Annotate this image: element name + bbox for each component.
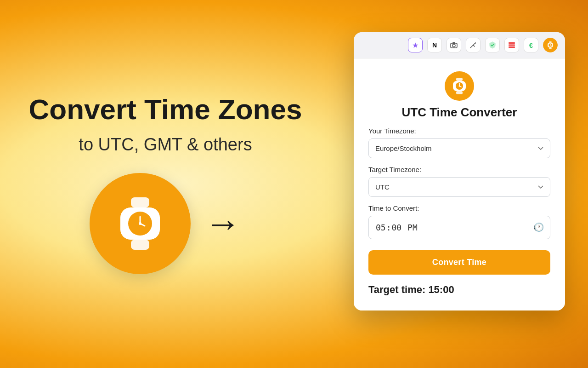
stack-toolbar-icon[interactable] bbox=[504, 38, 519, 52]
watch-circle-large bbox=[90, 173, 191, 274]
sub-headline: to UTC, GMT & others bbox=[79, 135, 252, 155]
arrow-right: → bbox=[204, 202, 241, 245]
browser-toolbar: ★ N € bbox=[354, 32, 565, 58]
star-toolbar-icon[interactable]: ★ bbox=[408, 38, 423, 52]
target-timezone-select[interactable]: UTC GMT Europe/London Europe/Stockholm A… bbox=[368, 177, 550, 197]
sword-toolbar-icon[interactable] bbox=[466, 38, 481, 52]
svg-point-6 bbox=[139, 222, 141, 225]
svg-rect-10 bbox=[509, 42, 515, 44]
svg-rect-12 bbox=[509, 46, 515, 48]
time-to-convert-label: Time to Convert: bbox=[368, 204, 550, 212]
watch-toolbar-icon[interactable] bbox=[543, 38, 558, 52]
svg-rect-19 bbox=[456, 78, 463, 81]
target-time-result: Target time: 15:00 bbox=[368, 284, 550, 296]
left-section: Convert Time Zones to UTC, GMT & others … bbox=[0, 0, 331, 368]
time-form-group: Time to Convert: 🕐 bbox=[368, 204, 550, 239]
popup-header: UTC Time Converter bbox=[368, 58, 550, 127]
browser-popup: ★ N € bbox=[354, 32, 565, 310]
time-input-wrap: 🕐 bbox=[368, 216, 550, 239]
popup-content: UTC Time Converter Your Timezone: Europe… bbox=[354, 58, 565, 310]
svg-point-25 bbox=[459, 86, 460, 87]
svg-rect-20 bbox=[456, 91, 463, 94]
popup-title: UTC Time Converter bbox=[402, 105, 517, 120]
camera-toolbar-icon[interactable] bbox=[447, 38, 461, 52]
convert-time-button[interactable]: Convert Time bbox=[368, 250, 550, 275]
your-timezone-select[interactable]: Europe/Stockholm Europe/London UTC GMT A… bbox=[368, 138, 550, 158]
icon-arrow-row: → bbox=[90, 173, 241, 274]
popup-watch-icon bbox=[445, 71, 474, 101]
main-headline: Convert Time Zones bbox=[29, 94, 302, 125]
svg-rect-11 bbox=[509, 45, 515, 46]
watch-icon-large bbox=[110, 194, 170, 253]
svg-rect-13 bbox=[549, 41, 552, 43]
notion-toolbar-icon[interactable]: N bbox=[427, 38, 442, 52]
time-input[interactable] bbox=[368, 216, 550, 239]
svg-rect-1 bbox=[131, 240, 149, 250]
target-timezone-label: Target Timezone: bbox=[368, 166, 550, 173]
your-timezone-label: Your Timezone: bbox=[368, 127, 550, 135]
svg-rect-0 bbox=[131, 197, 149, 207]
svg-rect-9 bbox=[452, 42, 455, 44]
shield-toolbar-icon[interactable] bbox=[485, 38, 500, 52]
target-timezone-form-group: Target Timezone: UTC GMT Europe/London E… bbox=[368, 166, 550, 197]
time-clock-icon: 🕐 bbox=[534, 222, 544, 232]
euro-toolbar-icon[interactable]: € bbox=[524, 38, 538, 52]
timezone-form-group: Your Timezone: Europe/Stockholm Europe/L… bbox=[368, 127, 550, 158]
svg-rect-14 bbox=[549, 47, 552, 49]
svg-point-8 bbox=[452, 44, 455, 47]
